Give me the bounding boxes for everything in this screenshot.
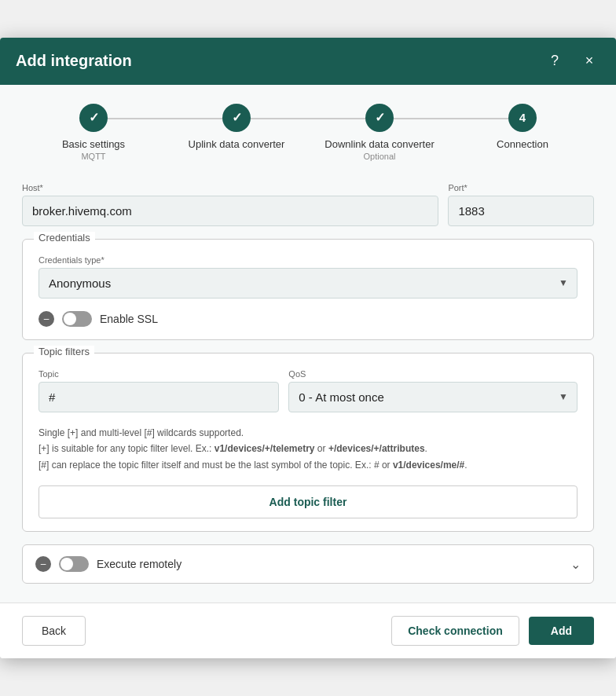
step-downlink: ✓ Downlink data converter Optional (308, 104, 451, 161)
port-input[interactable] (448, 196, 594, 226)
help-line2-bold1: v1/devices/+/telemetry (214, 443, 315, 454)
credentials-type-select-wrapper: Anonymous ▼ (38, 268, 578, 299)
help-text-block: Single [+] and multi-level [#] wildcards… (38, 425, 578, 473)
chevron-down-icon: ⌄ (570, 557, 581, 572)
qos-field-group: QoS 0 - At most once 1 - At least once 2… (288, 369, 578, 412)
ssl-toggle-row: – Enable SSL (38, 311, 578, 327)
step-circle-2: ✓ (222, 104, 251, 132)
check-icon-2: ✓ (232, 110, 242, 125)
step-circle-1: ✓ (79, 104, 108, 132)
add-integration-modal: Add integration ? × ✓ Basic settings MQT… (0, 38, 616, 658)
help-line3-bold: v1/devices/me/# (393, 460, 464, 471)
step-num-4: 4 (519, 111, 526, 124)
qos-select[interactable]: 0 - At most once 1 - At least once 2 - E… (288, 382, 578, 412)
help-button[interactable]: ? (544, 50, 566, 72)
host-field-group: Host* (22, 183, 438, 226)
step-label-2: Uplink data converter (189, 138, 285, 150)
step-label-3: Downlink data converter (324, 138, 434, 150)
qos-label: QoS (288, 369, 578, 379)
topic-field-group: Topic (38, 369, 279, 412)
close-button[interactable]: × (578, 50, 600, 72)
step-label-1: Basic settings (62, 138, 125, 150)
step-uplink: ✓ Uplink data converter (165, 104, 308, 152)
help-line3-suffix: . (464, 460, 467, 471)
help-line2-suffix: . (425, 443, 427, 454)
execute-toggle[interactable] (59, 556, 89, 572)
help-line-2: [+] is suitable for any topic filter lev… (38, 441, 578, 456)
step-circle-3: ✓ (365, 104, 394, 132)
ssl-toggle-icon: – (38, 311, 54, 327)
host-input[interactable] (22, 196, 438, 226)
add-button[interactable]: Add (529, 617, 594, 645)
check-connection-button[interactable]: Check connection (391, 616, 519, 646)
step-connection: 4 Connection (451, 104, 594, 152)
credentials-type-select[interactable]: Anonymous (38, 268, 578, 299)
step-circle-4: 4 (508, 104, 537, 132)
back-button[interactable]: Back (22, 616, 86, 646)
port-field-group: Port* (448, 183, 594, 226)
topic-label: Topic (38, 369, 279, 379)
check-icon-3: ✓ (375, 110, 385, 125)
step-label-4: Connection (497, 138, 548, 150)
credentials-section: Credentials Credentials type* Anonymous … (22, 239, 594, 340)
ssl-toggle[interactable] (62, 311, 92, 327)
modal-header: Add integration ? × (0, 38, 616, 85)
topic-input[interactable] (38, 382, 279, 412)
check-icon-1: ✓ (89, 110, 99, 125)
execute-toggle-icon: – (35, 556, 51, 572)
qos-select-wrapper: 0 - At most once 1 - At least once 2 - E… (288, 382, 578, 412)
credentials-type-group: Credentials type* Anonymous ▼ (38, 255, 578, 299)
help-line2-bold2: +/devices/+/attributes (328, 443, 425, 454)
step-sublabel-3: Optional (364, 152, 396, 161)
topic-qos-row: Topic QoS 0 - At most once 1 - At least … (38, 369, 578, 412)
execute-label: Execute remotely (97, 558, 182, 570)
execute-remotely-row[interactable]: – Execute remotely ⌄ (22, 544, 594, 584)
host-port-row: Host* Port* (22, 183, 594, 226)
modal-footer: Back Check connection Add (0, 603, 616, 658)
port-label: Port* (448, 183, 594, 192)
header-icons: ? × (544, 50, 600, 72)
topic-filters-section: Topic filters Topic QoS 0 - At most once… (22, 353, 594, 532)
footer-right: Check connection Add (391, 616, 594, 646)
step-basic-settings: ✓ Basic settings MQTT (22, 104, 165, 161)
step-sublabel-1: MQTT (81, 152, 105, 161)
modal-title: Add integration (16, 52, 132, 70)
help-line2-mid: or (315, 443, 328, 454)
help-line-3: [#] can replace the topic filter itself … (38, 457, 578, 473)
host-label: Host* (22, 183, 438, 192)
ssl-label: Enable SSL (100, 313, 158, 325)
credentials-title: Credentials (34, 232, 95, 244)
help-line2-prefix: [+] is suitable for any topic filter lev… (38, 443, 214, 454)
modal-body: ✓ Basic settings MQTT ✓ Uplink data conv… (0, 85, 616, 603)
help-line3-prefix: [#] can replace the topic filter itself … (38, 460, 393, 471)
help-line-1: Single [+] and multi-level [#] wildcards… (38, 425, 578, 441)
topic-filters-title: Topic filters (34, 346, 94, 357)
add-topic-filter-button[interactable]: Add topic filter (38, 485, 578, 518)
credentials-type-label: Credentials type* (38, 255, 578, 265)
stepper: ✓ Basic settings MQTT ✓ Uplink data conv… (22, 104, 594, 161)
